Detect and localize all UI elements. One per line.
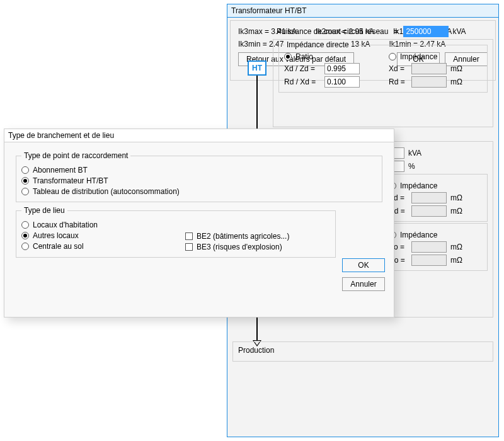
xd-input <box>411 63 447 74</box>
xd-label: Xd = <box>389 64 408 73</box>
rd-input <box>411 76 447 88</box>
trans-xo-input <box>411 241 447 253</box>
ucc-unit: % <box>408 162 428 171</box>
radio-locaux-habitation[interactable] <box>21 221 29 229</box>
mohm: mΩ <box>450 243 471 251</box>
label-be3: BE3 (risques d'explosion) <box>197 243 282 251</box>
radio-tableau-distribution[interactable] <box>21 188 29 195</box>
ratio-radio[interactable] <box>284 53 292 60</box>
impedance-label: Impédance <box>400 52 437 61</box>
mohm: mΩ <box>450 64 471 73</box>
location-type-group: Type de lieu Locaux d'habitation Autres … <box>16 206 336 258</box>
label-locaux-habitation: Locaux d'habitation <box>33 220 98 229</box>
label-be2: BE2 (bâtiments agricoles...) <box>197 232 289 241</box>
label-abonnement-bt: Abonnement BT <box>33 166 88 175</box>
pcc-input[interactable] <box>403 26 449 37</box>
mohm: mΩ <box>450 193 471 202</box>
pn-unit: kVA <box>408 149 428 158</box>
radio-abonnement-bt[interactable] <box>21 166 29 174</box>
rdxd-input[interactable] <box>324 76 360 88</box>
rd-label: Rd = <box>389 77 408 86</box>
label-autres-locaux: Autres locaux <box>33 231 79 240</box>
checkbox-be2[interactable] <box>185 232 193 240</box>
ratio-label: Ratio <box>295 52 313 61</box>
mohm: mΩ <box>450 207 471 215</box>
radio-centrale-au-sol[interactable] <box>21 243 29 250</box>
impedance-radio[interactable] <box>389 53 396 60</box>
dialog-cancel-button[interactable]: Annuler <box>342 277 385 291</box>
radio-transformateur-htbt[interactable] <box>21 177 29 185</box>
xdzd-label: Xd / Zd = <box>284 64 321 73</box>
pcc-unit: kVA <box>452 27 472 36</box>
radio-autres-locaux[interactable] <box>21 232 29 239</box>
network-direct-impedance-fieldset: Impédance directe Ratio Xd / Zd = <box>278 45 488 93</box>
equals: = <box>392 27 399 36</box>
xdzd-input[interactable] <box>324 63 360 74</box>
label-transformateur-htbt: Transformateur HT/BT <box>33 176 108 185</box>
connection-point-group: Type de point de raccordement Abonnement… <box>16 151 382 202</box>
trans-impedance-label2: Impédance <box>400 231 437 239</box>
pcc-label: Puissance de court-circuit réseau <box>277 27 388 36</box>
label-centrale-au-sol: Centrale au sol <box>33 242 84 251</box>
location-type-legend: Type de lieu <box>21 206 67 215</box>
trans-impedance-label: Impédance <box>400 181 437 190</box>
transformer-panel-title: Transformateur HT/BT <box>227 4 498 18</box>
rdxd-label: Rd / Xd = <box>284 77 321 86</box>
production-group: Production <box>232 341 493 362</box>
production-label: Production <box>238 346 274 355</box>
dialog-ok-button[interactable]: OK <box>342 258 385 272</box>
trans-ro-input <box>411 255 447 266</box>
mohm: mΩ <box>450 77 471 86</box>
trans-rd-input <box>411 205 447 217</box>
trans-xd-input <box>411 192 447 203</box>
network-impedance-group: Impédance directe Ratio Xd / Zd = <box>273 39 493 127</box>
pcc-row: Puissance de court-circuit réseau = kVA <box>277 26 491 37</box>
connection-type-dialog: Type de branchement et de lieu Type de p… <box>4 129 394 318</box>
checkbox-be3[interactable] <box>185 243 193 251</box>
label-tableau-distribution: Tableau de distribution (autoconsommatio… <box>33 187 180 196</box>
ht-node-symbol: HT <box>248 60 266 76</box>
mohm: mΩ <box>450 256 471 265</box>
connection-point-legend: Type de point de raccordement <box>21 151 130 160</box>
connection-type-title: Type de branchement et de lieu <box>4 129 394 142</box>
impd-legend: Impédance directe <box>284 40 352 49</box>
